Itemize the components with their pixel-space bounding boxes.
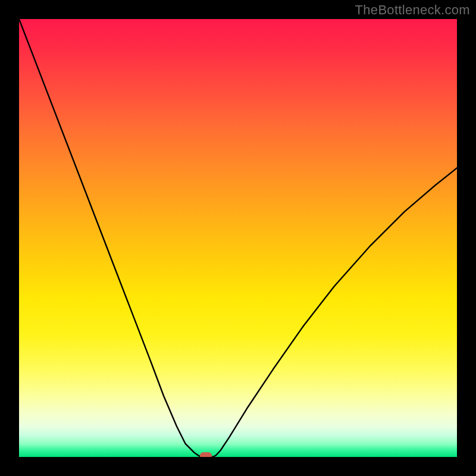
watermark-text: TheBottleneck.com — [355, 2, 470, 18]
bottleneck-curve — [19, 19, 457, 457]
frame: TheBottleneck.com — [0, 0, 476, 476]
curve-path — [19, 19, 457, 457]
optimal-marker — [200, 452, 212, 457]
plot-area — [19, 19, 457, 457]
